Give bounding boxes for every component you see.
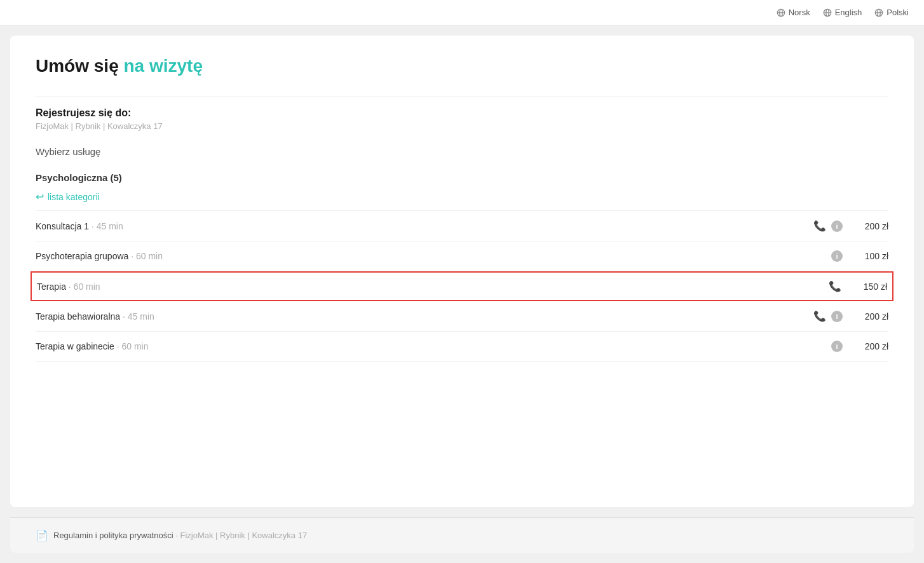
globe-icon-english (823, 8, 832, 17)
service-icons-terapia-behawioralna: 📞 i (813, 310, 843, 322)
lang-polski-label: Polski (887, 8, 909, 17)
globe-icon-norsk (777, 8, 785, 17)
service-name-terapia-behawioralna: Terapia behawioralna · 45 min (36, 311, 813, 322)
registration-label: Rejestrujesz się do: (36, 107, 888, 119)
service-price-psychoterapia: 100 zł (850, 251, 888, 261)
lang-norsk[interactable]: Norsk (777, 8, 810, 17)
footer-text: Regulamin i polityka prywatności · Fizjo… (53, 531, 307, 540)
footer-location: · FizjoMak | Rybnik | Kowalczyka 17 (175, 531, 307, 540)
service-name-psychoterapia: Psychoterapia grupowa · 60 min (36, 251, 831, 261)
choose-service-label: Wybierz usługę (36, 141, 888, 162)
footer-bar: 📄 Regulamin i polityka prywatności · Fiz… (10, 517, 914, 553)
info-icon-terapia-gabinet: i (831, 341, 843, 352)
back-arrow-icon: ↩ (36, 191, 44, 203)
title-part2: na wizytę (123, 56, 202, 76)
phone-icon-konsultacja1: 📞 (813, 220, 826, 232)
globe-icon-polski (874, 8, 883, 17)
service-row-terapia-gabinet[interactable]: Terapia w gabinecie · 60 min i 200 zł (36, 332, 888, 362)
footer-label[interactable]: Regulamin i polityka prywatności (53, 531, 173, 540)
category-header: Psychologiczna (5) (36, 167, 888, 188)
service-row-terapia-behawioralna[interactable]: Terapia behawioralna · 45 min 📞 i 200 zł (36, 301, 888, 332)
info-icon-konsultacja1: i (831, 220, 843, 232)
lang-english-label: English (835, 8, 862, 17)
registration-location: FizjoMak | Rybnik | Kowalczyka 17 (36, 121, 888, 131)
service-icons-terapia: 📞 (829, 280, 841, 292)
service-price-terapia-gabinet: 200 zł (850, 341, 888, 351)
title-part1: Umów się (36, 56, 123, 76)
phone-icon-terapia-behawioralna: 📞 (813, 310, 826, 322)
service-name-terapia-gabinet: Terapia w gabinecie · 60 min (36, 341, 831, 351)
service-row-konsultacja1[interactable]: Konsultacja 1 · 45 min 📞 i 200 zł (36, 211, 888, 241)
service-price-konsultacja1: 200 zł (850, 221, 888, 231)
service-list: Konsultacja 1 · 45 min 📞 i 200 zł Psycho… (36, 210, 888, 362)
top-bar: Norsk English Polski (0, 0, 924, 25)
back-to-categories[interactable]: ↩ lista kategorii (36, 191, 888, 203)
document-icon: 📄 (36, 529, 48, 541)
service-row-terapia[interactable]: Terapia · 60 min 📞 150 zł (31, 271, 893, 301)
divider-top (36, 97, 888, 97)
service-price-terapia: 150 zł (849, 282, 887, 292)
lang-polski[interactable]: Polski (874, 8, 909, 17)
lang-norsk-label: Norsk (789, 8, 810, 17)
service-icons-psychoterapia: i (831, 250, 843, 262)
service-name-konsultacja1: Konsultacja 1 · 45 min (36, 221, 813, 231)
service-icons-terapia-gabinet: i (831, 341, 843, 352)
phone-icon-terapia: 📞 (829, 280, 841, 292)
service-icons-konsultacja1: 📞 i (813, 220, 843, 232)
lang-english[interactable]: English (823, 8, 862, 17)
info-icon-psychoterapia: i (831, 250, 843, 262)
back-label: lista kategorii (48, 192, 100, 202)
info-icon-terapia-behawioralna: i (831, 311, 843, 322)
page-title: Umów się na wizytę (36, 56, 888, 76)
service-row-psychoterapia[interactable]: Psychoterapia grupowa · 60 min i 100 zł (36, 241, 888, 271)
service-name-terapia: Terapia · 60 min (37, 282, 829, 292)
service-price-terapia-behawioralna: 200 zł (850, 311, 888, 322)
main-content: Umów się na wizytę Rejestrujesz się do: … (10, 36, 914, 507)
